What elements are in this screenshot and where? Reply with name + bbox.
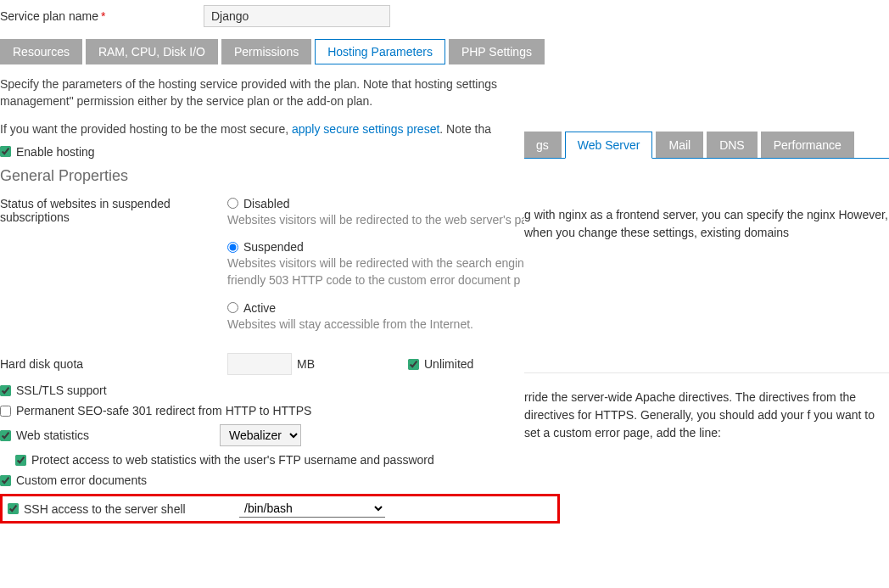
status-suspended-label: Suspended (243, 240, 304, 254)
divider (524, 372, 889, 373)
web-statistics-label: Web statistics (16, 428, 220, 442)
custom-error-docs-checkbox[interactable] (0, 475, 11, 486)
ssh-highlight-box: SSH access to the server shell /bin/bash (0, 494, 560, 524)
protect-stats-label: Protect access to web statistics with th… (31, 453, 434, 467)
ssh-access-label: SSH access to the server shell (24, 502, 221, 516)
unlimited-label: Unlimited (424, 357, 473, 371)
status-disabled-label: Disabled (243, 197, 289, 210)
unlimited-checkbox[interactable] (408, 359, 419, 370)
ssh-shell-select[interactable]: /bin/bash (239, 500, 385, 518)
required-indicator: * (101, 9, 105, 23)
enable-hosting-label: Enable hosting (16, 145, 95, 159)
custom-error-docs-label: Custom error documents (16, 473, 147, 487)
ssl-tls-checkbox[interactable] (0, 385, 11, 396)
plan-tabs: Resources RAM, CPU, Disk I/O Permissions… (0, 39, 560, 64)
intro-paragraph-2: If you want the provided hosting to be t… (0, 121, 560, 138)
tab-web-server[interactable]: Web Server (565, 132, 653, 159)
tab-php-settings[interactable]: PHP Settings (449, 39, 545, 64)
suspended-status-label: Status of websites in suspended subscrip… (0, 197, 227, 344)
webserver-tabs: gs Web Server Mail DNS Performance (524, 132, 889, 159)
tab-partial-gs[interactable]: gs (524, 132, 562, 158)
seo-redirect-label: Permanent SEO-safe 301 redirect from HTT… (16, 404, 311, 417)
web-statistics-select[interactable]: Webalizer (220, 424, 301, 446)
tab-ram-cpu-disk[interactable]: RAM, CPU, Disk I/O (86, 39, 218, 64)
hard-disk-quota-unit: MB (297, 357, 315, 371)
status-suspended-radio[interactable] (227, 242, 238, 253)
ssh-access-checkbox[interactable] (8, 503, 19, 514)
hard-disk-quota-label: Hard disk quota (0, 357, 227, 371)
web-statistics-checkbox[interactable] (0, 430, 11, 441)
hard-disk-quota-input[interactable] (227, 353, 292, 375)
status-active-label: Active (243, 301, 276, 315)
tab-resources[interactable]: Resources (0, 39, 82, 64)
status-active-radio[interactable] (227, 302, 238, 313)
status-active-desc: Websites will stay accessible from the I… (227, 316, 560, 333)
service-plan-name-label: Service plan name* (0, 9, 204, 23)
webserver-text-2: rride the server-wide Apache directives.… (524, 389, 889, 442)
protect-stats-checkbox[interactable] (15, 455, 26, 466)
status-disabled-radio[interactable] (227, 198, 238, 209)
seo-redirect-checkbox[interactable] (0, 406, 11, 417)
ssl-tls-label: SSL/TLS support (16, 384, 107, 397)
service-plan-name-input[interactable] (204, 5, 390, 27)
intro-paragraph-1: Specify the parameters of the hosting se… (0, 76, 560, 109)
tab-mail[interactable]: Mail (656, 132, 703, 158)
tab-dns[interactable]: DNS (707, 132, 758, 158)
apply-secure-preset-link[interactable]: apply secure settings preset (292, 122, 439, 136)
tab-hosting-parameters[interactable]: Hosting Parameters (315, 39, 445, 64)
status-disabled-desc: Websites visitors will be redirected to … (227, 212, 560, 229)
general-properties-heading: General Properties (0, 167, 560, 185)
enable-hosting-checkbox[interactable] (0, 146, 11, 157)
webserver-text-1: g with nginx as a frontend server, you c… (524, 206, 889, 242)
tab-performance[interactable]: Performance (761, 132, 854, 158)
tab-permissions[interactable]: Permissions (221, 39, 311, 64)
status-suspended-desc: Websites visitors will be redirected wit… (227, 255, 560, 288)
